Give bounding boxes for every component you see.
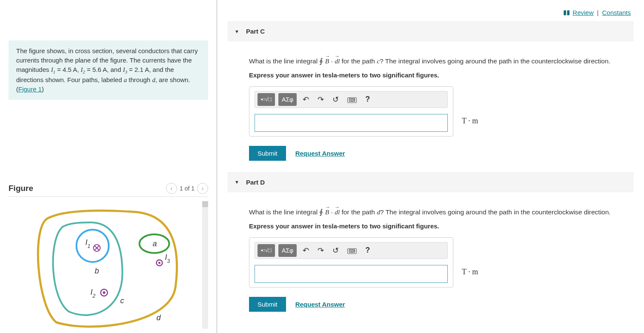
part-c-actions: Submit Request Answer xyxy=(249,146,633,161)
part-c-body: What is the line integral ∮ B · dl for t… xyxy=(228,41,633,171)
part-c-request-answer[interactable]: Request Answer xyxy=(295,150,345,157)
right-pane: ▮▮ Review | Constants ▼ Part C What is t… xyxy=(217,0,644,333)
greek-button[interactable]: ΑΣφ xyxy=(278,244,297,257)
part-c-question: What is the line integral ∮ B · dl for t… xyxy=(249,56,633,66)
figure-title: Figure xyxy=(9,184,33,193)
part-c-header[interactable]: ▼ Part C xyxy=(228,21,633,41)
I2-symbol: I2 xyxy=(81,66,85,73)
help-icon[interactable]: ? xyxy=(363,245,372,256)
top-links: ▮▮ Review | Constants xyxy=(228,0,633,20)
review-link[interactable]: Review xyxy=(572,9,593,16)
redo-icon[interactable]: ↷ xyxy=(315,94,326,105)
figure-container: d c b a I1 I2 I3 xyxy=(9,201,208,329)
figure-nav: ‹ 1 of 1 › xyxy=(166,183,208,194)
part-c-submit-button[interactable]: Submit xyxy=(249,146,286,161)
redo-icon[interactable]: ↷ xyxy=(315,245,326,256)
caret-down-icon: ▼ xyxy=(235,29,239,34)
problem-statement: The figure shows, in cross section, seve… xyxy=(9,40,208,100)
part-c-title: Part C xyxy=(246,28,265,35)
svg-point-12 xyxy=(158,262,160,264)
equation-toolbar: ▪□√□ ΑΣφ ↶ ↷ ↺ ⌨ ? xyxy=(255,91,448,108)
reset-icon[interactable]: ↺ xyxy=(330,245,341,256)
part-d-instruction: Express your answer in tesla-meters to t… xyxy=(249,222,633,230)
svg-point-9 xyxy=(103,291,106,294)
undo-icon[interactable]: ↶ xyxy=(300,245,312,256)
svg-text:a: a xyxy=(153,239,157,248)
svg-point-2 xyxy=(77,230,109,262)
figure-next-button[interactable]: › xyxy=(197,183,208,194)
undo-icon[interactable]: ↶ xyxy=(300,94,312,105)
part-d-answer-input[interactable] xyxy=(255,265,448,283)
greek-button[interactable]: ΑΣφ xyxy=(278,93,297,106)
keyboard-icon[interactable]: ⌨ xyxy=(345,245,359,256)
figure-svg: d c b a I1 I2 I3 xyxy=(9,201,202,329)
reset-icon[interactable]: ↺ xyxy=(330,94,341,105)
math-templates-button[interactable]: ▪□√□ xyxy=(258,244,275,257)
part-c-answer-row: ▪□√□ ΑΣφ ↶ ↷ ↺ ⌨ ? T · m xyxy=(249,86,633,137)
figure-pager: 1 of 1 xyxy=(180,185,195,192)
spacer xyxy=(9,0,208,40)
part-c-instruction: Express your answer in tesla-meters to t… xyxy=(249,71,633,79)
part-d-header[interactable]: ▼ Part D xyxy=(228,172,633,192)
constants-link[interactable]: Constants xyxy=(602,9,631,16)
part-d-units: T · m xyxy=(462,268,478,276)
part-d-body: What is the line integral ∮ B · dl for t… xyxy=(228,192,633,322)
figure-link[interactable]: Figure 1 xyxy=(18,85,42,93)
svg-text:b: b xyxy=(95,267,99,275)
part-c-answer-widget: ▪□√□ ΑΣφ ↶ ↷ ↺ ⌨ ? xyxy=(249,86,453,137)
keyboard-icon[interactable]: ⌨ xyxy=(345,94,359,105)
figure-header: Figure ‹ 1 of 1 › xyxy=(9,183,208,197)
part-c-units: T · m xyxy=(462,117,478,125)
part-d-request-answer[interactable]: Request Answer xyxy=(295,301,345,308)
svg-text:I3: I3 xyxy=(165,253,170,264)
book-icon: ▮▮ xyxy=(563,9,570,16)
part-c-answer-input[interactable] xyxy=(255,114,448,132)
svg-text:I2: I2 xyxy=(91,288,96,299)
I3-symbol: I3 xyxy=(123,66,127,73)
svg-text:d: d xyxy=(157,313,161,322)
caret-down-icon: ▼ xyxy=(235,179,239,185)
equation-toolbar: ▪□√□ ΑΣφ ↶ ↷ ↺ ⌨ ? xyxy=(255,242,448,259)
math-templates-button[interactable]: ▪□√□ xyxy=(258,93,275,106)
figure-prev-button[interactable]: ‹ xyxy=(166,183,177,194)
svg-text:c: c xyxy=(120,296,124,305)
part-d-answer-row: ▪□√□ ΑΣφ ↶ ↷ ↺ ⌨ ? T · m xyxy=(249,237,633,287)
part-d-title: Part D xyxy=(246,179,265,186)
part-d-actions: Submit Request Answer xyxy=(249,297,633,312)
part-d-answer-widget: ▪□√□ ΑΣφ ↶ ↷ ↺ ⌨ ? xyxy=(249,237,453,287)
part-d-question: What is the line integral ∮ B · dl for t… xyxy=(249,207,633,217)
part-d-submit-button[interactable]: Submit xyxy=(249,297,286,312)
help-icon[interactable]: ? xyxy=(363,94,372,105)
left-pane: The figure shows, in cross section, seve… xyxy=(0,0,217,333)
svg-text:I1: I1 xyxy=(86,238,91,249)
I1-symbol: I1 xyxy=(51,66,55,73)
